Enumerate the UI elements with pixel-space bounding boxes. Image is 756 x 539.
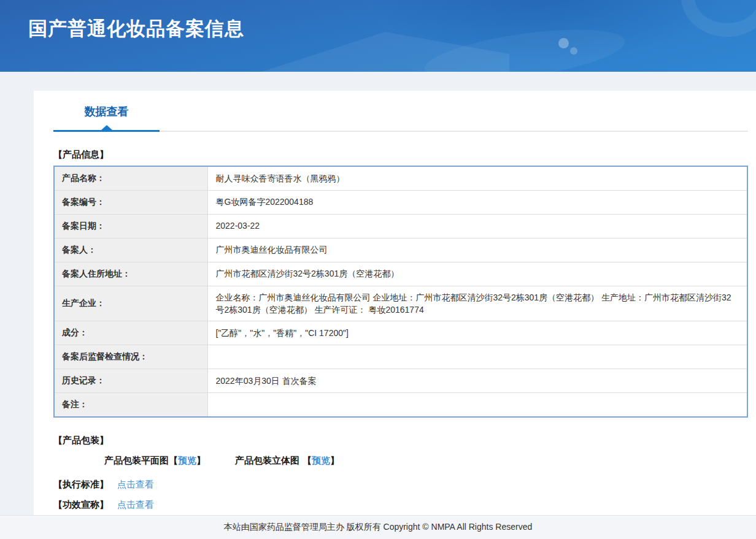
section-standard-title: 【执行标准】 <box>53 479 109 491</box>
bracket-open: 【 <box>169 455 178 467</box>
row-value: 2022年03月30日 首次备案 <box>207 369 747 393</box>
row-label: 备案后监督检查情况： <box>54 345 207 369</box>
header-decoration-polygon <box>233 32 509 72</box>
bracket-open: 【 <box>303 455 312 467</box>
section-product-info-title: 【产品信息】 <box>53 149 756 161</box>
section-packaging-title: 【产品包装】 <box>53 435 756 446</box>
table-row: 备案人： 广州市奥迪丝化妆品有限公司 <box>54 238 747 262</box>
bracket-close: 】 <box>196 455 206 467</box>
product-info-table: 产品名称： 耐人寻味众香寄语香水（黑鸦鸦） 备案编号： 粤G妆网备字202200… <box>53 166 748 418</box>
header-decoration-ring <box>681 0 756 37</box>
tab-bar: 数据查看 <box>34 91 756 132</box>
standard-view-link[interactable]: 点击查看 <box>117 479 154 491</box>
row-value <box>207 345 747 369</box>
header-decoration-swoosh <box>422 20 628 72</box>
page: 国产普通化妆品备案信息 数据查看 【产品信息】 产品名称： 耐人寻味众香寄语香水… <box>0 0 756 539</box>
row-value: 耐人寻味众香寄语香水（黑鸦鸦） <box>207 166 747 190</box>
row-value: 广州市花都区清沙街32号2栋301房（空港花都） <box>207 262 747 286</box>
efficacy-view-link[interactable]: 点击查看 <box>117 499 154 511</box>
copyright-text: 本站由国家药品监督管理局主办 版权所有 Copyright © NMPA All… <box>224 522 532 533</box>
row-value: 2022-03-22 <box>207 214 747 238</box>
efficacy-row: 【功效宣称】 点击查看 <box>53 499 756 511</box>
header-decoration-dot <box>570 47 577 55</box>
row-label: 备案编号： <box>54 190 207 214</box>
row-label: 备案日期： <box>54 214 207 238</box>
table-row: 产品名称： 耐人寻味众香寄语香水（黑鸦鸦） <box>54 166 747 190</box>
packaging-flat-label: 产品包装平面图 <box>104 455 169 467</box>
row-value: 广州市奥迪丝化妆品有限公司 <box>207 238 747 262</box>
packaging-stereo-item: 产品包装立体图 【预览】 <box>235 455 339 467</box>
standard-row: 【执行标准】 点击查看 <box>53 479 756 491</box>
row-value: 企业名称：广州市奥迪丝化妆品有限公司 企业地址：广州市花都区清沙街32号2栋30… <box>207 286 747 321</box>
header-decoration-dot <box>558 38 569 48</box>
table-row: 备注： <box>54 393 747 417</box>
row-label: 备案人： <box>54 238 207 262</box>
table-row: 备案后监督检查情况： <box>54 345 747 369</box>
table-row: 备案编号： 粤G妆网备字2022004188 <box>54 190 747 214</box>
packaging-flat-preview-link[interactable]: 预览 <box>178 455 196 467</box>
tab-bar-divider <box>160 131 748 132</box>
table-row: 生产企业： 企业名称：广州市奥迪丝化妆品有限公司 企业地址：广州市花都区清沙街3… <box>54 286 747 321</box>
row-label: 成分： <box>54 321 207 345</box>
page-header: 国产普通化妆品备案信息 <box>0 0 756 72</box>
tab-data-view-label: 数据查看 <box>85 105 129 118</box>
row-label: 备案人住所地址： <box>54 262 207 286</box>
row-label: 产品名称： <box>54 166 207 190</box>
page-footer: 本站由国家药品监督管理局主办 版权所有 Copyright © NMPA All… <box>0 515 756 539</box>
tab-data-view[interactable]: 数据查看 <box>53 104 160 132</box>
row-value <box>207 393 747 417</box>
row-value: ["乙醇"，"水"，"香精"，"CI 17200"] <box>207 321 747 345</box>
content-card: 数据查看 【产品信息】 产品名称： 耐人寻味众香寄语香水（黑鸦鸦） 备案编号： … <box>34 91 756 515</box>
page-title: 国产普通化妆品备案信息 <box>28 16 244 42</box>
row-value: 粤G妆网备字2022004188 <box>207 190 747 214</box>
packaging-stereo-preview-link[interactable]: 预览 <box>312 455 330 467</box>
row-label: 备注： <box>54 393 207 417</box>
row-label: 历史记录： <box>54 369 207 393</box>
table-row: 备案人住所地址： 广州市花都区清沙街32号2栋301房（空港花都） <box>54 262 747 286</box>
section-efficacy-title: 【功效宣称】 <box>53 499 109 511</box>
table-row: 备案日期： 2022-03-22 <box>54 214 747 238</box>
table-row: 成分： ["乙醇"，"水"，"香精"，"CI 17200"] <box>54 321 747 345</box>
packaging-row: 产品包装平面图 【预览】 产品包装立体图 【预览】 <box>104 455 756 467</box>
tab-active-underline <box>53 130 160 132</box>
row-label: 生产企业： <box>54 286 207 321</box>
packaging-flat-item: 产品包装平面图 【预览】 <box>104 455 206 467</box>
bracket-close: 】 <box>330 455 339 467</box>
table-row: 历史记录： 2022年03月30日 首次备案 <box>54 369 747 393</box>
tab-arrow-icon <box>101 125 112 130</box>
packaging-stereo-label: 产品包装立体图 <box>235 455 299 467</box>
